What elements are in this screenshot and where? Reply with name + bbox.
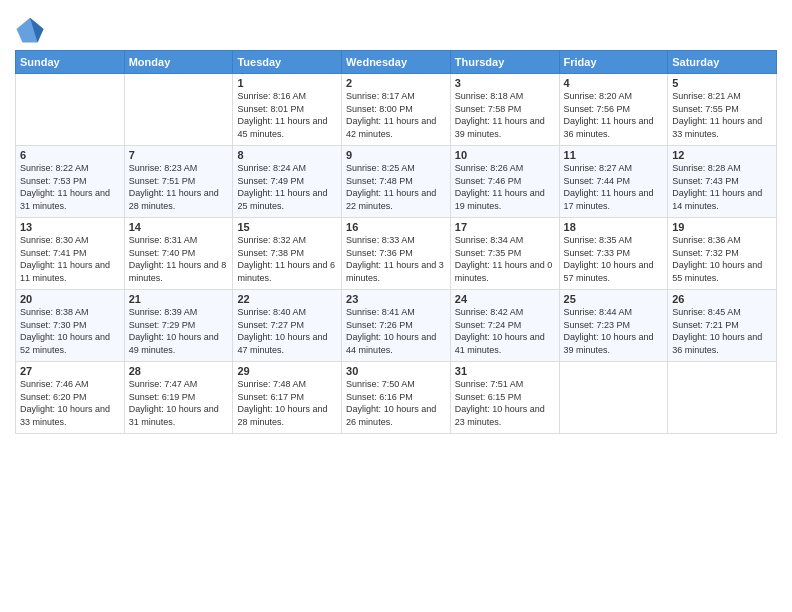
day-info: Sunrise: 7:50 AM Sunset: 6:16 PM Dayligh…	[346, 379, 436, 427]
day-info: Sunrise: 8:30 AM Sunset: 7:41 PM Dayligh…	[20, 235, 110, 283]
day-number: 7	[129, 149, 229, 161]
calendar-cell: 23Sunrise: 8:41 AM Sunset: 7:26 PM Dayli…	[342, 290, 451, 362]
day-number: 11	[564, 149, 664, 161]
day-number: 31	[455, 365, 555, 377]
calendar-cell: 27Sunrise: 7:46 AM Sunset: 6:20 PM Dayli…	[16, 362, 125, 434]
day-info: Sunrise: 8:16 AM Sunset: 8:01 PM Dayligh…	[237, 91, 327, 139]
day-number: 4	[564, 77, 664, 89]
day-info: Sunrise: 8:18 AM Sunset: 7:58 PM Dayligh…	[455, 91, 545, 139]
calendar-week-4: 20Sunrise: 8:38 AM Sunset: 7:30 PM Dayli…	[16, 290, 777, 362]
calendar-cell: 6Sunrise: 8:22 AM Sunset: 7:53 PM Daylig…	[16, 146, 125, 218]
day-number: 27	[20, 365, 120, 377]
calendar-week-5: 27Sunrise: 7:46 AM Sunset: 6:20 PM Dayli…	[16, 362, 777, 434]
weekday-header-sunday: Sunday	[16, 51, 125, 74]
page: SundayMondayTuesdayWednesdayThursdayFrid…	[0, 0, 792, 612]
calendar-cell: 9Sunrise: 8:25 AM Sunset: 7:48 PM Daylig…	[342, 146, 451, 218]
calendar-cell: 21Sunrise: 8:39 AM Sunset: 7:29 PM Dayli…	[124, 290, 233, 362]
calendar-cell: 11Sunrise: 8:27 AM Sunset: 7:44 PM Dayli…	[559, 146, 668, 218]
calendar-cell: 31Sunrise: 7:51 AM Sunset: 6:15 PM Dayli…	[450, 362, 559, 434]
calendar-cell: 16Sunrise: 8:33 AM Sunset: 7:36 PM Dayli…	[342, 218, 451, 290]
weekday-header-tuesday: Tuesday	[233, 51, 342, 74]
day-number: 10	[455, 149, 555, 161]
day-info: Sunrise: 8:23 AM Sunset: 7:51 PM Dayligh…	[129, 163, 219, 211]
day-number: 2	[346, 77, 446, 89]
day-number: 19	[672, 221, 772, 233]
day-info: Sunrise: 8:25 AM Sunset: 7:48 PM Dayligh…	[346, 163, 436, 211]
day-number: 24	[455, 293, 555, 305]
day-info: Sunrise: 7:51 AM Sunset: 6:15 PM Dayligh…	[455, 379, 545, 427]
calendar-cell: 24Sunrise: 8:42 AM Sunset: 7:24 PM Dayli…	[450, 290, 559, 362]
calendar-cell	[559, 362, 668, 434]
calendar-cell: 17Sunrise: 8:34 AM Sunset: 7:35 PM Dayli…	[450, 218, 559, 290]
day-number: 25	[564, 293, 664, 305]
day-number: 16	[346, 221, 446, 233]
day-info: Sunrise: 8:17 AM Sunset: 8:00 PM Dayligh…	[346, 91, 436, 139]
calendar-cell: 12Sunrise: 8:28 AM Sunset: 7:43 PM Dayli…	[668, 146, 777, 218]
calendar-cell: 22Sunrise: 8:40 AM Sunset: 7:27 PM Dayli…	[233, 290, 342, 362]
calendar-cell: 4Sunrise: 8:20 AM Sunset: 7:56 PM Daylig…	[559, 74, 668, 146]
calendar-table: SundayMondayTuesdayWednesdayThursdayFrid…	[15, 50, 777, 434]
day-info: Sunrise: 8:27 AM Sunset: 7:44 PM Dayligh…	[564, 163, 654, 211]
day-number: 20	[20, 293, 120, 305]
calendar-cell: 1Sunrise: 8:16 AM Sunset: 8:01 PM Daylig…	[233, 74, 342, 146]
calendar-cell	[16, 74, 125, 146]
day-number: 6	[20, 149, 120, 161]
day-number: 30	[346, 365, 446, 377]
weekday-header-row: SundayMondayTuesdayWednesdayThursdayFrid…	[16, 51, 777, 74]
calendar-cell: 25Sunrise: 8:44 AM Sunset: 7:23 PM Dayli…	[559, 290, 668, 362]
calendar-cell: 19Sunrise: 8:36 AM Sunset: 7:32 PM Dayli…	[668, 218, 777, 290]
day-info: Sunrise: 8:28 AM Sunset: 7:43 PM Dayligh…	[672, 163, 762, 211]
calendar-cell: 8Sunrise: 8:24 AM Sunset: 7:49 PM Daylig…	[233, 146, 342, 218]
day-info: Sunrise: 7:48 AM Sunset: 6:17 PM Dayligh…	[237, 379, 327, 427]
day-info: Sunrise: 8:31 AM Sunset: 7:40 PM Dayligh…	[129, 235, 227, 283]
day-number: 23	[346, 293, 446, 305]
day-info: Sunrise: 8:22 AM Sunset: 7:53 PM Dayligh…	[20, 163, 110, 211]
day-number: 8	[237, 149, 337, 161]
day-number: 28	[129, 365, 229, 377]
day-info: Sunrise: 8:39 AM Sunset: 7:29 PM Dayligh…	[129, 307, 219, 355]
calendar-cell	[124, 74, 233, 146]
calendar-cell: 30Sunrise: 7:50 AM Sunset: 6:16 PM Dayli…	[342, 362, 451, 434]
weekday-header-monday: Monday	[124, 51, 233, 74]
day-info: Sunrise: 8:41 AM Sunset: 7:26 PM Dayligh…	[346, 307, 436, 355]
day-number: 15	[237, 221, 337, 233]
day-number: 29	[237, 365, 337, 377]
logo	[15, 14, 47, 44]
day-info: Sunrise: 8:24 AM Sunset: 7:49 PM Dayligh…	[237, 163, 327, 211]
day-info: Sunrise: 8:42 AM Sunset: 7:24 PM Dayligh…	[455, 307, 545, 355]
day-number: 13	[20, 221, 120, 233]
calendar-week-2: 6Sunrise: 8:22 AM Sunset: 7:53 PM Daylig…	[16, 146, 777, 218]
day-info: Sunrise: 8:38 AM Sunset: 7:30 PM Dayligh…	[20, 307, 110, 355]
calendar-cell: 5Sunrise: 8:21 AM Sunset: 7:55 PM Daylig…	[668, 74, 777, 146]
day-info: Sunrise: 8:40 AM Sunset: 7:27 PM Dayligh…	[237, 307, 327, 355]
day-number: 18	[564, 221, 664, 233]
day-number: 5	[672, 77, 772, 89]
day-info: Sunrise: 8:35 AM Sunset: 7:33 PM Dayligh…	[564, 235, 654, 283]
weekday-header-thursday: Thursday	[450, 51, 559, 74]
calendar-cell: 29Sunrise: 7:48 AM Sunset: 6:17 PM Dayli…	[233, 362, 342, 434]
calendar-cell: 3Sunrise: 8:18 AM Sunset: 7:58 PM Daylig…	[450, 74, 559, 146]
day-number: 14	[129, 221, 229, 233]
calendar-cell: 10Sunrise: 8:26 AM Sunset: 7:46 PM Dayli…	[450, 146, 559, 218]
day-number: 26	[672, 293, 772, 305]
weekday-header-saturday: Saturday	[668, 51, 777, 74]
calendar-cell: 2Sunrise: 8:17 AM Sunset: 8:00 PM Daylig…	[342, 74, 451, 146]
day-number: 3	[455, 77, 555, 89]
calendar-week-1: 1Sunrise: 8:16 AM Sunset: 8:01 PM Daylig…	[16, 74, 777, 146]
day-info: Sunrise: 7:46 AM Sunset: 6:20 PM Dayligh…	[20, 379, 110, 427]
day-number: 1	[237, 77, 337, 89]
day-number: 17	[455, 221, 555, 233]
day-info: Sunrise: 8:32 AM Sunset: 7:38 PM Dayligh…	[237, 235, 335, 283]
weekday-header-wednesday: Wednesday	[342, 51, 451, 74]
day-info: Sunrise: 8:36 AM Sunset: 7:32 PM Dayligh…	[672, 235, 762, 283]
calendar-week-3: 13Sunrise: 8:30 AM Sunset: 7:41 PM Dayli…	[16, 218, 777, 290]
day-info: Sunrise: 8:21 AM Sunset: 7:55 PM Dayligh…	[672, 91, 762, 139]
calendar-cell: 18Sunrise: 8:35 AM Sunset: 7:33 PM Dayli…	[559, 218, 668, 290]
calendar-cell	[668, 362, 777, 434]
day-info: Sunrise: 8:26 AM Sunset: 7:46 PM Dayligh…	[455, 163, 545, 211]
weekday-header-friday: Friday	[559, 51, 668, 74]
day-info: Sunrise: 8:45 AM Sunset: 7:21 PM Dayligh…	[672, 307, 762, 355]
day-info: Sunrise: 8:20 AM Sunset: 7:56 PM Dayligh…	[564, 91, 654, 139]
day-number: 12	[672, 149, 772, 161]
day-info: Sunrise: 8:44 AM Sunset: 7:23 PM Dayligh…	[564, 307, 654, 355]
